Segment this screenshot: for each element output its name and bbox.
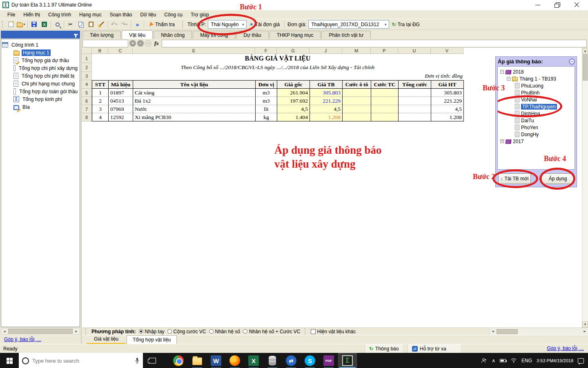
battery-icon[interactable] bbox=[500, 359, 506, 362]
tai-don-gia-button[interactable]: ★Tải đơn giá bbox=[247, 20, 283, 29]
unit-note-cell[interactable]: Đơn vị tính: đồng bbox=[92, 72, 463, 80]
undo-button[interactable]: ↶▾ bbox=[109, 20, 119, 29]
new-project-button[interactable] bbox=[6, 20, 16, 29]
tham-tra-button[interactable]: Thẩm tra bbox=[146, 20, 180, 29]
cell-tong-cuoc[interactable] bbox=[399, 113, 431, 121]
action-center-icon[interactable] bbox=[578, 358, 584, 364]
scroll-up-icon[interactable]: ▲ bbox=[582, 48, 588, 54]
header-ten-vat-lieu[interactable]: Tên vật liệu bbox=[133, 80, 256, 89]
tree-expander-icon[interactable]: + bbox=[500, 139, 504, 143]
paste-button[interactable] bbox=[86, 20, 96, 29]
task-view-button[interactable] bbox=[143, 353, 162, 368]
menu-hang-muc[interactable]: Hạng mục bbox=[75, 11, 106, 19]
scroll-right-icon[interactable]: ► bbox=[581, 330, 588, 333]
tab-vat-lieu[interactable]: Vật liệu bbox=[122, 30, 153, 39]
cell-ten[interactable]: Đá 1x2 bbox=[133, 97, 256, 105]
cell-cuoc-o-to[interactable] bbox=[343, 97, 371, 105]
scrollbar-thumb[interactable] bbox=[497, 329, 518, 334]
cell-cuoc-tc[interactable] bbox=[371, 105, 399, 113]
fx-icon[interactable]: fx bbox=[154, 40, 159, 47]
taskbar-teamviewer[interactable]: ⇄ bbox=[282, 353, 301, 368]
tree-item-phubinh[interactable]: PhuBinh bbox=[499, 89, 574, 96]
tree-item-daitu[interactable]: DaiTu bbox=[499, 117, 574, 124]
tra-lai-dg-button[interactable]: ↻Tra lại ĐG bbox=[390, 20, 423, 29]
tree-item-2017[interactable]: + 2017 bbox=[499, 138, 574, 145]
checkbox-hien-vat-lieu-khac[interactable]: Hiện vật liệu khác bbox=[311, 329, 356, 334]
taskbar-eta-app[interactable]: Σ bbox=[338, 353, 357, 368]
tree-item-tong-hop-chi-phi-thiet-bi[interactable]: Tổng hợp chi phí thiết bị bbox=[2, 72, 79, 80]
col-header-C[interactable]: C bbox=[108, 48, 133, 54]
taskbar-database[interactable] bbox=[263, 353, 282, 368]
tab-du-thau[interactable]: Dự thầu bbox=[236, 31, 268, 39]
scroll-down-icon[interactable]: ▼ bbox=[582, 321, 588, 328]
cell-tong-cuoc[interactable] bbox=[399, 97, 431, 105]
clock[interactable]: 3:53 PM 4/19/2018 bbox=[537, 358, 573, 364]
status-ho-tro-tu-xa[interactable]: ⇄ Hỗ trợ từ xa bbox=[408, 344, 461, 353]
radio-icon[interactable] bbox=[139, 329, 143, 334]
menu-cong-cu[interactable]: Công cụ bbox=[160, 11, 187, 19]
taskbar-skype[interactable]: S bbox=[301, 353, 319, 368]
cell-cuoc-tc[interactable] bbox=[371, 113, 399, 121]
tree-item-tong-hop-chi-phi-xay-dung[interactable]: Tổng hợp chi phí xây dựng bbox=[2, 64, 79, 72]
col-header-E[interactable]: E bbox=[133, 48, 255, 54]
cell-tong-cuoc[interactable] bbox=[399, 105, 431, 113]
tree-item-bia[interactable]: Bìa bbox=[2, 103, 79, 111]
taskbar-chrome[interactable] bbox=[169, 353, 188, 368]
tab-thkp-hang-muc[interactable]: THKP Hạng mục bbox=[270, 31, 321, 39]
cell-cuoc-o-to[interactable] bbox=[343, 113, 371, 121]
radio-cong-cuoc-vc[interactable]: Cộng cước VC bbox=[167, 329, 206, 334]
cell-ten[interactable]: Xi măng PCB30 bbox=[133, 113, 256, 121]
copy-button[interactable] bbox=[76, 20, 85, 29]
taskbar-excel[interactable]: X bbox=[244, 353, 263, 368]
cell-gia-tb[interactable]: 1.208 bbox=[310, 113, 343, 121]
cell-ma-hieu[interactable]: 07969 bbox=[109, 105, 133, 113]
cell-don-vi[interactable]: m3 bbox=[256, 89, 277, 97]
tab-phan-tich-vat-tu[interactable]: Phân tích vật tư bbox=[321, 31, 371, 39]
chevron-up-icon[interactable]: ∧ bbox=[492, 358, 495, 364]
tai-tb-moi-button[interactable]: ↓ Tải TB mới bbox=[498, 173, 531, 184]
close-button[interactable] bbox=[574, 2, 580, 7]
cell-gia-goc[interactable]: 4,5 bbox=[277, 105, 310, 113]
cell-gia-tb[interactable]: 221.229 bbox=[310, 97, 343, 105]
radio-icon[interactable] bbox=[167, 329, 172, 334]
ap-dung-button[interactable]: Áp dụng bbox=[541, 173, 574, 184]
sidebar-horizontal-scrollbar[interactable]: ◄ ► bbox=[1, 328, 80, 334]
province-select[interactable]: Thái Nguyên ▾ bbox=[208, 20, 247, 29]
checkbox-icon[interactable] bbox=[311, 329, 316, 334]
menu-cong-trinh[interactable]: Công trình bbox=[44, 11, 75, 19]
redo-button[interactable]: ↷▾ bbox=[120, 20, 129, 29]
header-stt[interactable]: STT bbox=[92, 80, 109, 89]
table-title-cell[interactable]: BẢNG GIÁ VẬT LIỆU bbox=[92, 54, 463, 63]
col-header-U[interactable]: U bbox=[398, 48, 431, 54]
wifi-icon[interactable] bbox=[510, 358, 517, 363]
col-header-J[interactable]: J bbox=[310, 48, 342, 54]
formula-input[interactable] bbox=[162, 40, 587, 47]
start-button[interactable] bbox=[0, 353, 19, 368]
tree-item-tong-hop-du-toan-goi-thau[interactable]: Tổng hợp dự toán gói thầu bbox=[2, 88, 79, 95]
search-input[interactable] bbox=[32, 358, 131, 364]
cut-button[interactable]: ✂ bbox=[66, 20, 75, 29]
cancel-formula-icon[interactable]: ✕ bbox=[129, 40, 136, 47]
pin-icon[interactable] bbox=[74, 34, 78, 35]
tree-item-chi-phi-hang-muc-chung[interactable]: Chi phí hạng mục chung bbox=[2, 80, 79, 88]
clean-button[interactable] bbox=[96, 20, 106, 29]
cell-don-vi[interactable]: m3 bbox=[256, 97, 277, 105]
radio-nhap-tay[interactable]: Nhập tay bbox=[139, 329, 165, 334]
header-gia-goc[interactable]: Giá gốc bbox=[277, 80, 310, 89]
row-header-5[interactable]: 5 bbox=[82, 89, 92, 97]
tab-gia-vat-lieu[interactable]: Giá vật liệu bbox=[87, 335, 126, 344]
cell-ma-hieu[interactable]: 12592 bbox=[109, 113, 133, 121]
header-gia-tb[interactable]: Giá TB bbox=[310, 80, 343, 89]
scrollbar-thumb[interactable] bbox=[583, 54, 588, 81]
scroll-left-icon[interactable]: ◄ bbox=[1, 330, 8, 333]
name-box[interactable] bbox=[82, 40, 128, 47]
header-don-vi[interactable]: Đơn vị bbox=[256, 80, 277, 89]
cell-ten[interactable]: Nước bbox=[133, 105, 256, 113]
tree-expander-icon[interactable]: − bbox=[507, 77, 510, 81]
open-button[interactable]: ▾ bbox=[16, 20, 26, 29]
header-gia-ht[interactable]: Giá HT bbox=[431, 80, 464, 89]
cell-gia-goc[interactable]: 261.904 bbox=[277, 89, 310, 97]
radio-icon[interactable] bbox=[243, 329, 247, 334]
print-preview-button[interactable] bbox=[53, 20, 62, 29]
cell-gia-ht[interactable]: 305.803 bbox=[431, 89, 464, 97]
